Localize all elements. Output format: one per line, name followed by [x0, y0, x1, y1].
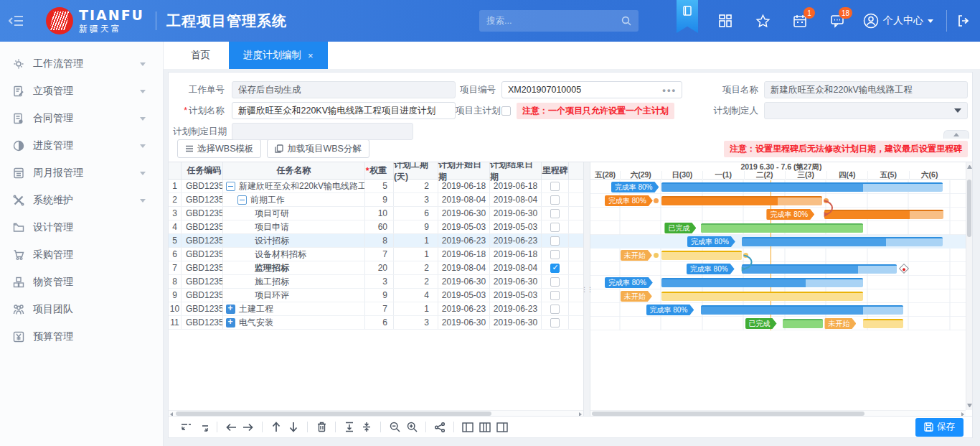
task-row-1[interactable]: 1GBD1235新建欣旺至众和220kV输电线路工程522019-06-1820… [169, 180, 583, 193]
gantt-vertical-scrollbar[interactable] [966, 162, 972, 410]
gantt-bar[interactable] [661, 278, 864, 287]
gantt-horizontal-scrollbar[interactable] [590, 410, 966, 416]
scrollbar-thumb[interactable] [176, 412, 491, 416]
gantt-bar[interactable] [661, 292, 864, 301]
milestone-checkbox[interactable] [550, 236, 560, 246]
delete-task-icon[interactable] [313, 419, 330, 435]
gantt-bar[interactable] [701, 305, 903, 315]
milestone-checkbox[interactable] [550, 223, 560, 232]
messages-icon[interactable]: 18 [829, 12, 846, 29]
tree-expand-icon[interactable] [226, 305, 235, 314]
milestone-checkbox[interactable] [550, 209, 560, 218]
project-no-field[interactable] [501, 81, 682, 98]
project-no-more-button[interactable]: ••• [662, 85, 677, 96]
task-row-5[interactable]: 5GBD1235设计招标812019-06-232019-06-23 [169, 234, 583, 248]
milestone-checkbox[interactable] [550, 264, 560, 273]
gantt-bar[interactable] [742, 264, 897, 274]
tree-collapse-icon[interactable] [237, 195, 247, 205]
gantt-bar[interactable] [661, 196, 822, 205]
calendar-icon[interactable]: 1 [791, 12, 809, 29]
apps-grid-icon[interactable] [717, 12, 734, 29]
tab-进度计划编制[interactable]: 进度计划编制× [229, 42, 328, 69]
link-tasks-icon[interactable] [431, 419, 448, 435]
grid-horizontal-scrollbar[interactable] [169, 410, 583, 416]
split-drag-handle[interactable]: ⋮⋮ [583, 162, 590, 416]
indent-task-icon[interactable] [240, 419, 257, 435]
tab-首页[interactable]: 首页 [172, 42, 229, 69]
task-row-4[interactable]: 4GBD1235项目申请6092019-05-032019-05-03 [169, 220, 583, 234]
sidebar-item-物资管理[interactable]: 物资管理 [0, 269, 163, 296]
milestone-checkbox[interactable] [550, 195, 560, 205]
set-task-start-icon[interactable] [177, 419, 194, 435]
load-project-wbs-button[interactable]: 加载项目WBS分解 [267, 139, 369, 158]
task-row-11[interactable]: 11GBD1235电气安装632019-06-302019-06-30 [169, 316, 583, 330]
scroll-down-icon[interactable] [967, 404, 972, 407]
select-wbs-template-button[interactable]: 选择WBS模板 [177, 139, 261, 158]
search-icon[interactable] [621, 16, 631, 26]
sidebar-item-周月报管理[interactable]: 周月报管理 [0, 159, 163, 187]
scroll-right-icon[interactable] [961, 412, 964, 417]
task-row-3[interactable]: 3GBD1235项目可研1062019-06-302019-06-30 [169, 207, 583, 220]
form-collapse-button[interactable] [943, 130, 969, 139]
layout-split-icon[interactable] [476, 419, 494, 435]
task-row-10[interactable]: 10GBD1235土建工程712019-06-232019-06-23 [169, 302, 583, 316]
sidebar-item-系统维护[interactable]: 系统维护 [0, 187, 163, 214]
gantt-bar[interactable] [783, 319, 824, 328]
layout-grid-only-icon[interactable] [459, 419, 476, 435]
sidebar-item-设计管理[interactable]: 设计管理 [0, 214, 163, 241]
zoom-out-icon[interactable] [386, 419, 403, 435]
gantt-bar[interactable] [661, 182, 943, 192]
favorites-star-icon[interactable] [754, 12, 771, 29]
task-duration: 9 [394, 220, 438, 233]
collapse-rows-icon[interactable] [341, 419, 358, 435]
save-button[interactable]: 保存 [915, 418, 963, 437]
task-row-7[interactable]: 7GBD1235监理招标2022019-08-042019-08-04 [169, 261, 583, 275]
expand-rows-icon[interactable] [358, 419, 375, 435]
user-menu[interactable]: 个人中心 [863, 13, 933, 29]
sidebar-item-项目团队[interactable]: 项目团队 [0, 296, 163, 323]
search-input[interactable] [486, 16, 621, 26]
sidebar-item-进度管理[interactable]: 进度管理 [0, 132, 163, 159]
sidebar-item-采购管理[interactable]: 采购管理 [0, 241, 163, 269]
sidebar-item-预算管理[interactable]: 预算管理 [0, 323, 163, 350]
sidebar-item-工作流管理[interactable]: 工作流管理 [0, 50, 163, 78]
gantt-bar[interactable] [701, 223, 863, 233]
plan-maker-select[interactable] [764, 102, 968, 119]
move-task-down-icon[interactable] [285, 419, 302, 435]
milestone-checkbox[interactable] [550, 318, 560, 327]
sidebar-item-合同管理[interactable]: 合同管理 [0, 105, 163, 132]
move-task-up-icon[interactable] [268, 419, 285, 435]
milestone-checkbox[interactable] [550, 277, 560, 287]
scroll-left-icon[interactable] [170, 412, 173, 417]
task-row-8[interactable]: 8GBD1235施工招标322019-06-302019-06-30 [169, 275, 583, 289]
outdent-task-icon[interactable] [222, 419, 240, 435]
bookmark-icon[interactable] [677, 0, 698, 33]
sidebar-collapse-button[interactable] [0, 0, 33, 42]
scrollbar-thumb[interactable] [967, 180, 971, 237]
tree-expand-icon[interactable] [226, 318, 235, 327]
task-row-6[interactable]: 6GBD1235设备材料招标712019-06-182019-06-18 [169, 248, 583, 261]
scrollbar-thumb[interactable] [592, 412, 864, 416]
search-box[interactable] [479, 10, 639, 32]
plan-name-field[interactable] [232, 102, 456, 119]
task-row-2[interactable]: 2GBD1235前期工作932019-08-042019-08-04 [169, 193, 583, 207]
set-task-end-icon[interactable] [194, 419, 212, 435]
scroll-up-icon[interactable] [967, 165, 972, 169]
milestone-checkbox[interactable] [550, 182, 560, 191]
gantt-bar[interactable] [863, 319, 903, 328]
milestone-checkbox[interactable] [550, 305, 560, 314]
gantt-bar[interactable] [742, 237, 943, 246]
task-row-9[interactable]: 9GBD1235项目环评942019-05-032019-05-03 [169, 289, 583, 302]
layout-gantt-only-icon[interactable] [494, 419, 511, 435]
milestone-checkbox[interactable] [550, 250, 560, 259]
tab-close-icon[interactable]: × [308, 50, 314, 61]
zoom-in-icon[interactable] [403, 419, 420, 435]
scroll-right-icon[interactable] [579, 412, 582, 417]
master-plan-checkbox[interactable] [501, 106, 511, 116]
tree-collapse-icon[interactable] [226, 182, 235, 191]
gantt-bar[interactable] [661, 251, 742, 260]
gantt-bar[interactable] [824, 210, 944, 219]
milestone-checkbox[interactable] [550, 291, 560, 300]
logout-button[interactable] [947, 0, 980, 42]
sidebar-item-立项管理[interactable]: 立项管理 [0, 78, 163, 105]
